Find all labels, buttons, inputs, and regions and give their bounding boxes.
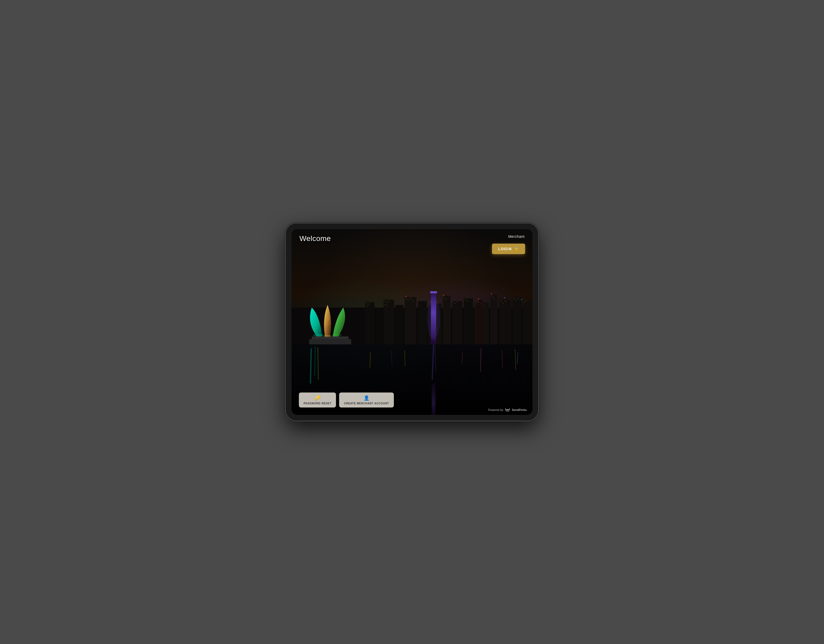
svg-rect-8 bbox=[443, 296, 451, 344]
svg-rect-54 bbox=[524, 302, 524, 303]
svg-rect-15 bbox=[523, 301, 532, 344]
create-merchant-button[interactable]: 👤 CREATE MERCHANT ACCOUNT bbox=[339, 392, 394, 407]
svg-rect-20 bbox=[366, 304, 367, 304]
svg-point-67 bbox=[313, 334, 324, 337]
svg-rect-6 bbox=[418, 301, 427, 344]
svg-rect-47 bbox=[493, 298, 494, 298]
svg-point-68 bbox=[324, 335, 332, 337]
svg-rect-49 bbox=[503, 303, 503, 303]
create-merchant-label: CREATE MERCHANT ACCOUNT bbox=[344, 402, 389, 405]
svg-point-57 bbox=[443, 295, 444, 296]
svg-rect-52 bbox=[516, 300, 516, 301]
svg-rect-70 bbox=[432, 384, 435, 415]
svg-rect-63 bbox=[309, 339, 351, 344]
svg-rect-1 bbox=[365, 302, 374, 344]
svg-rect-40 bbox=[465, 300, 466, 300]
svg-rect-33 bbox=[430, 304, 430, 305]
svg-rect-24 bbox=[385, 301, 386, 301]
svg-point-58 bbox=[406, 296, 406, 297]
bottom-buttons: 🔑 PASSWORD RESET 👤 CREATE MERCHANT ACCOU… bbox=[299, 392, 394, 407]
svg-rect-36 bbox=[446, 299, 446, 300]
svg-line-83 bbox=[515, 349, 516, 370]
svg-rect-27 bbox=[385, 304, 386, 305]
svg-point-18 bbox=[427, 297, 440, 339]
svg-line-78 bbox=[502, 350, 503, 368]
svg-rect-50 bbox=[505, 301, 506, 301]
svg-rect-10 bbox=[464, 298, 473, 344]
svg-rect-39 bbox=[457, 302, 457, 302]
svg-rect-17 bbox=[430, 291, 437, 293]
svg-line-77 bbox=[462, 352, 463, 364]
powered-by-footer: Powered by SendPerks bbox=[488, 408, 527, 412]
svg-rect-31 bbox=[410, 298, 410, 299]
svg-rect-22 bbox=[369, 304, 370, 304]
svg-rect-12 bbox=[490, 294, 498, 344]
password-reset-label: PASSWORD RESET bbox=[304, 402, 331, 405]
svg-point-64 bbox=[326, 315, 330, 321]
svg-point-69 bbox=[332, 334, 341, 337]
svg-rect-42 bbox=[476, 304, 476, 304]
svg-rect-35 bbox=[444, 297, 444, 298]
svg-line-81 bbox=[392, 350, 392, 366]
device-frame: Welcome Merchant LOGIN 🔒 🔑 PASSWORD RESE… bbox=[286, 223, 538, 421]
svg-rect-29 bbox=[406, 298, 406, 299]
welcome-heading: Welcome bbox=[300, 234, 331, 243]
svg-rect-53 bbox=[518, 298, 518, 299]
merchant-label: Merchant bbox=[508, 234, 524, 238]
svg-line-73 bbox=[311, 348, 311, 384]
password-reset-button[interactable]: 🔑 PASSWORD RESET bbox=[299, 392, 336, 407]
svg-rect-45 bbox=[484, 306, 484, 306]
svg-rect-46 bbox=[492, 296, 492, 296]
svg-rect-48 bbox=[501, 301, 501, 301]
svg-rect-5 bbox=[404, 297, 417, 344]
svg-point-59 bbox=[478, 298, 479, 300]
svg-rect-13 bbox=[500, 300, 511, 344]
svg-point-60 bbox=[521, 299, 522, 300]
svg-rect-44 bbox=[481, 304, 481, 304]
svg-rect-38 bbox=[455, 303, 455, 304]
svg-rect-43 bbox=[478, 302, 479, 302]
svg-rect-4 bbox=[395, 305, 403, 344]
svg-rect-51 bbox=[514, 298, 514, 299]
svg-rect-21 bbox=[368, 305, 368, 306]
person-icon: 👤 bbox=[364, 395, 369, 401]
sendperks-logo bbox=[504, 408, 510, 412]
svg-rect-55 bbox=[526, 301, 526, 301]
svg-rect-34 bbox=[432, 302, 432, 303]
svg-rect-3 bbox=[384, 300, 394, 344]
svg-rect-14 bbox=[512, 297, 522, 344]
powered-by-text: Powered by bbox=[488, 408, 503, 412]
welcome-text: Welcome bbox=[300, 234, 331, 243]
svg-rect-2 bbox=[376, 307, 382, 344]
svg-rect-37 bbox=[452, 302, 453, 302]
lock-icon: 🔒 bbox=[514, 247, 519, 251]
svg-line-79 bbox=[517, 352, 518, 364]
svg-rect-19 bbox=[478, 300, 482, 344]
svg-line-72 bbox=[435, 344, 436, 372]
login-label: LOGIN bbox=[498, 247, 512, 251]
key-icon: 🔑 bbox=[315, 395, 320, 401]
svg-point-61 bbox=[504, 297, 505, 298]
svg-line-71 bbox=[432, 344, 434, 380]
svg-line-80 bbox=[480, 348, 481, 372]
svg-line-82 bbox=[318, 347, 318, 380]
svg-rect-23 bbox=[366, 306, 367, 307]
screen: Welcome Merchant LOGIN 🔒 🔑 PASSWORD RESE… bbox=[292, 229, 532, 415]
login-button[interactable]: LOGIN 🔒 bbox=[492, 244, 525, 254]
svg-point-56 bbox=[491, 293, 492, 294]
svg-line-75 bbox=[370, 352, 370, 368]
svg-rect-30 bbox=[408, 300, 408, 300]
svg-rect-9 bbox=[452, 301, 463, 344]
svg-rect-25 bbox=[387, 302, 387, 303]
brand-name: SendPerks bbox=[512, 408, 527, 412]
svg-line-74 bbox=[315, 346, 315, 376]
lotus-structure bbox=[301, 302, 359, 344]
svg-rect-41 bbox=[467, 301, 468, 301]
svg-rect-26 bbox=[388, 301, 389, 301]
svg-line-76 bbox=[404, 350, 405, 366]
svg-rect-28 bbox=[387, 306, 387, 306]
svg-rect-32 bbox=[412, 300, 413, 301]
